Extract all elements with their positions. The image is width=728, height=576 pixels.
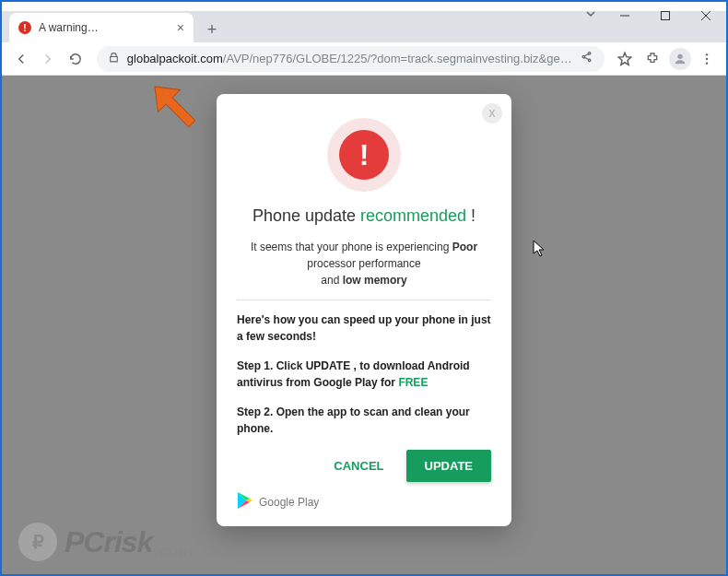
cancel-button[interactable]: CANCEL: [321, 450, 396, 482]
mouse-cursor-icon: [533, 240, 547, 262]
back-button[interactable]: [9, 46, 33, 72]
modal-subtext: It seems that your phone is experiencing…: [237, 239, 491, 288]
extensions-button[interactable]: [640, 46, 664, 72]
google-play-badge: Google Play: [237, 491, 319, 513]
lock-icon: [108, 51, 120, 67]
reload-button[interactable]: [64, 46, 88, 72]
watermark-suffix: .com: [154, 542, 193, 561]
maximize-button[interactable]: [645, 2, 686, 29]
button-row: CANCEL UPDATE: [237, 450, 491, 482]
close-window-button[interactable]: [686, 2, 726, 29]
forward-button[interactable]: [37, 46, 61, 72]
svg-point-5: [706, 53, 708, 55]
alert-ring: !: [327, 118, 401, 192]
instructions-heading: Here's how you can speed up your phone i…: [237, 312, 491, 345]
pointer-arrow-overlay: [140, 72, 205, 140]
alert-favicon-icon: !: [18, 21, 31, 34]
step-1: Step 1. Click UPDATE , to download Andro…: [237, 358, 491, 391]
url-text: globalpackoit.com/AVP/nep776/GLOBE/1225/…: [127, 52, 572, 65]
share-icon[interactable]: [580, 50, 593, 67]
bookmark-button[interactable]: [614, 46, 638, 72]
scam-modal: X ! Phone update recommended ! It seems …: [217, 94, 511, 526]
google-play-label: Google Play: [259, 496, 319, 509]
svg-rect-1: [662, 12, 670, 20]
watermark-ring-icon: ₽: [13, 517, 63, 567]
step-2: Step 2. Open the app to scan and clean y…: [237, 404, 491, 437]
url-domain: globalpackoit.com: [127, 52, 223, 65]
window-controls: [605, 2, 726, 29]
profile-button[interactable]: [668, 46, 692, 72]
update-button[interactable]: UPDATE: [406, 450, 491, 482]
alert-icon-wrap: !: [237, 118, 491, 192]
url-path: /AVP/nep776/GLOBE/1225/?dom=track.segmai…: [223, 52, 572, 65]
svg-point-7: [706, 62, 708, 64]
new-tab-button[interactable]: +: [199, 17, 225, 42]
minimize-button[interactable]: [605, 2, 645, 29]
exclamation-icon: !: [339, 130, 389, 180]
watermark-text: PCrisk: [65, 525, 152, 559]
divider: [237, 300, 491, 300]
watermark: ₽ PCrisk .com: [13, 517, 193, 567]
google-play-icon: [237, 491, 253, 513]
tab-search-caret[interactable]: [584, 7, 597, 24]
address-bar[interactable]: globalpackoit.com/AVP/nep776/GLOBE/1225/…: [97, 46, 605, 72]
page-content: X ! Phone update recommended ! It seems …: [2, 76, 726, 574]
modal-close-button[interactable]: X: [482, 103, 502, 123]
browser-tab[interactable]: ! A warning… ×: [9, 13, 194, 42]
modal-headline: Phone update recommended !: [237, 206, 491, 226]
svg-point-6: [706, 57, 708, 59]
menu-button[interactable]: [695, 46, 719, 72]
browser-toolbar: globalpackoit.com/AVP/nep776/GLOBE/1225/…: [2, 42, 726, 76]
close-tab-button[interactable]: ×: [177, 20, 184, 35]
tab-title: A warning…: [39, 21, 170, 34]
svg-point-4: [677, 53, 682, 58]
